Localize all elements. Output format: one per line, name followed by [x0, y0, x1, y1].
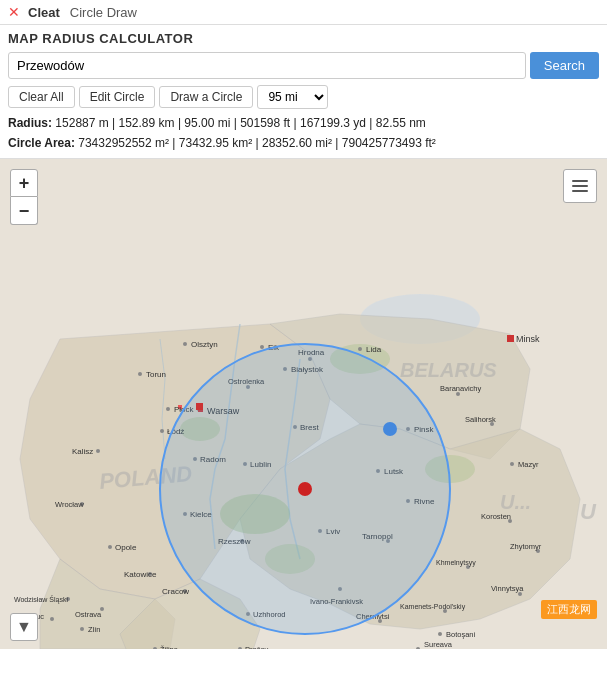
- nav-down-icon: ▼: [16, 618, 32, 636]
- svg-text:Minsk: Minsk: [516, 334, 540, 344]
- close-icon[interactable]: ✕: [8, 4, 20, 20]
- map-svg: POLAND BELARUS U... Warsaw Lublin Lviv B…: [0, 159, 607, 649]
- svg-point-34: [138, 372, 142, 376]
- zoom-out-button[interactable]: −: [10, 197, 38, 225]
- area-info: Circle Area: 73432952552 m² | 73432.95 k…: [8, 134, 599, 154]
- svg-rect-123: [572, 190, 588, 192]
- svg-text:Sureava: Sureava: [424, 640, 453, 649]
- draw-circle-button[interactable]: Draw a Circle: [159, 86, 253, 108]
- circle-draw-label: Circle Draw: [70, 5, 137, 20]
- svg-text:Vinnytsya: Vinnytsya: [491, 584, 524, 593]
- svg-text:Opole: Opole: [115, 543, 137, 552]
- svg-text:Korosten: Korosten: [481, 512, 511, 521]
- header: MAP RADIUS CALCULATOR Search Clear All E…: [0, 25, 607, 159]
- unit-select[interactable]: 95 mi 1 mi 5 mi 10 mi 25 mi 50 mi 100 mi…: [257, 85, 328, 109]
- edit-circle-button[interactable]: Edit Circle: [79, 86, 156, 108]
- svg-text:Lida: Lida: [366, 345, 382, 354]
- search-button[interactable]: Search: [530, 52, 599, 79]
- svg-text:BELARUS: BELARUS: [400, 359, 497, 381]
- layers-icon: [570, 176, 590, 196]
- svg-rect-122: [572, 185, 588, 187]
- search-input[interactable]: [8, 52, 526, 79]
- area-label: Circle Area:: [8, 136, 75, 150]
- nav-down-button[interactable]: ▼: [10, 613, 38, 641]
- svg-text:Cracow: Cracow: [162, 587, 189, 596]
- svg-text:Kamenets-Podol'skiy: Kamenets-Podol'skiy: [400, 603, 466, 611]
- svg-point-86: [438, 632, 442, 636]
- svg-text:Botoşani: Botoşani: [446, 630, 476, 639]
- svg-rect-121: [572, 180, 588, 182]
- svg-point-32: [160, 429, 164, 433]
- watermark: 江西龙网: [541, 600, 597, 619]
- svg-text:Wodzisław Śląski: Wodzisław Śląski: [14, 595, 68, 604]
- svg-point-66: [183, 342, 187, 346]
- search-row: Search: [8, 52, 599, 79]
- toolbar-row: Clear All Edit Circle Draw a Circle 95 m…: [8, 85, 599, 109]
- layers-button[interactable]: [563, 169, 597, 203]
- svg-text:Olsztyn: Olsztyn: [191, 340, 218, 349]
- svg-point-68: [96, 449, 100, 453]
- map-container[interactable]: POLAND BELARUS U... Warsaw Lublin Lviv B…: [0, 159, 607, 649]
- svg-text:Žilina: Žilina: [160, 645, 179, 649]
- radius-label: Radius:: [8, 116, 52, 130]
- area-value: 73432952552 m² | 73432.95 km² | 28352.60…: [78, 136, 436, 150]
- map-controls: + −: [10, 169, 38, 225]
- svg-text:Torun: Torun: [146, 370, 166, 379]
- center-dot[interactable]: [298, 482, 312, 496]
- svg-point-74: [510, 462, 514, 466]
- svg-text:Salihorsk: Salihorsk: [465, 415, 496, 424]
- zoom-in-button[interactable]: +: [10, 169, 38, 197]
- svg-point-40: [358, 347, 362, 351]
- svg-text:U...: U...: [500, 491, 531, 513]
- top-bar: ✕ Cleat Circle Draw: [0, 0, 607, 25]
- svg-text:Zhytomyr: Zhytomyr: [510, 542, 542, 551]
- cleat-label: Cleat: [28, 5, 60, 20]
- svg-point-70: [166, 407, 170, 411]
- minsk-marker: [507, 335, 514, 342]
- svg-text:U: U: [580, 499, 597, 524]
- clear-all-button[interactable]: Clear All: [8, 86, 75, 108]
- svg-text:Kalisz: Kalisz: [72, 447, 93, 456]
- warsaw-marker: [196, 403, 203, 410]
- svg-point-118: [50, 617, 54, 621]
- svg-text:Prešov: Prešov: [245, 645, 269, 649]
- svg-point-116: [80, 627, 84, 631]
- svg-text:Mazyr: Mazyr: [518, 460, 539, 469]
- svg-text:Khmelnytsyy: Khmelnytsyy: [436, 559, 476, 567]
- radius-info: Radius: 152887 m | 152.89 km | 95.00 mi …: [8, 114, 599, 134]
- svg-text:Katowice: Katowice: [124, 570, 157, 579]
- svg-text:Ostrava: Ostrava: [75, 610, 102, 619]
- svg-text:Baranavichy: Baranavichy: [440, 384, 482, 393]
- svg-point-56: [108, 545, 112, 549]
- svg-text:Zlín: Zlín: [88, 625, 101, 634]
- svg-text:Wrocław: Wrocław: [55, 500, 84, 509]
- app-title: MAP RADIUS CALCULATOR: [8, 31, 599, 46]
- edge-handle-dot[interactable]: [383, 422, 397, 436]
- radius-value: 152887 m | 152.89 km | 95.00 mi | 501598…: [55, 116, 426, 130]
- svg-point-64: [260, 345, 264, 349]
